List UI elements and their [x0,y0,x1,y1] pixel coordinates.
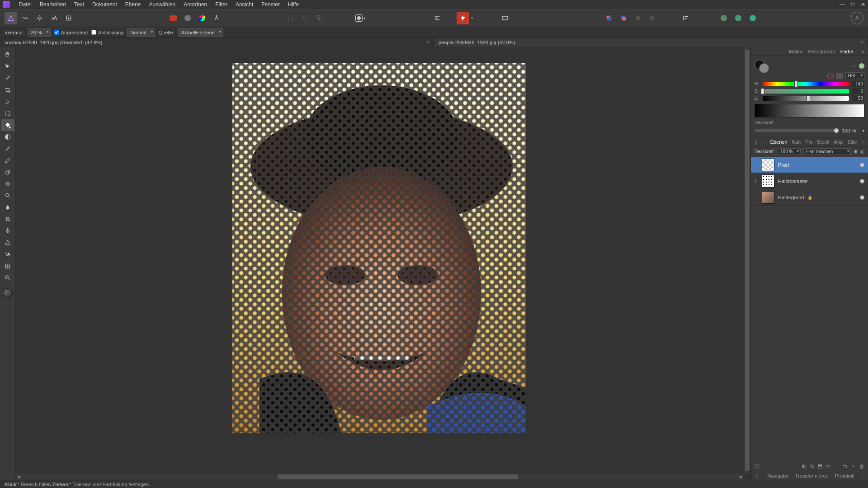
tab-pin[interactable]: Pin [805,139,812,145]
tab-ebenen[interactable]: Ebenen [770,139,788,145]
tab-kan[interactable]: Kan [792,139,801,145]
layer-clip-icon[interactable]: ⬒ [818,463,822,469]
colorbox-icon[interactable] [836,73,843,79]
lig-slider[interactable] [763,96,849,101]
autocontrast-icon[interactable] [210,12,223,24]
sync-b-icon[interactable] [732,12,745,24]
menu-auswaehlen[interactable]: Auswählen [145,0,179,9]
layer-fx-icon[interactable]: ◐ [860,149,864,154]
blend-dropdown[interactable]: Normal [127,28,155,37]
color-well-none-icon[interactable] [827,73,834,79]
crop-tool-icon[interactable] [1,84,14,96]
healing-tool-icon[interactable] [1,178,14,190]
selection-sub-icon[interactable] [313,12,326,24]
lock-icon[interactable]: 🔒 [807,195,812,200]
menu-ansicht[interactable]: Ansicht [232,0,257,9]
persona-develop-icon[interactable] [33,12,46,24]
color-opacity-value[interactable]: 100 % [842,128,860,133]
sync-c-icon[interactable] [746,12,759,24]
sat-value[interactable]: 0 [852,88,864,94]
layer-pixel-visibility[interactable] [860,163,864,167]
color-opacity-slider[interactable] [755,129,839,132]
maximize-icon[interactable]: □ [851,1,854,8]
horizontal-scrollbar[interactable]: ◀▶ [15,474,744,480]
eyedropper-icon[interactable]: ⟋ [851,63,856,69]
dodge-tool-icon[interactable] [1,190,14,202]
tab-stile[interactable]: Stile [847,139,857,145]
layer-panel-menu-icon[interactable]: ≡ [862,139,864,145]
mesh-tool-icon[interactable] [1,260,14,272]
selection-add-icon[interactable] [299,12,311,24]
tab-anp[interactable]: Anp [834,139,843,145]
zoom-tool-icon[interactable] [1,272,14,284]
persona-photo-icon[interactable] [5,12,17,24]
hue-value[interactable]: 140 [852,81,864,87]
layer-halftone-visibility[interactable] [860,179,864,183]
antialias-checkbox[interactable]: Antialiasing [91,30,123,35]
tab-transformieren[interactable]: Transformieren [795,473,829,479]
layer-pixel[interactable]: Pixel [751,157,868,173]
tab-makro[interactable]: Makro [789,49,803,54]
arrange-front-icon[interactable] [617,12,630,24]
layer-settings-icon[interactable]: ⚙ [854,149,858,154]
pen-tool-icon[interactable] [1,225,14,237]
flood-fill-tool-icon[interactable] [1,119,14,131]
gradient-tool-icon[interactable] [1,131,14,143]
selection-new-icon[interactable] [284,12,297,24]
clone-tool-icon[interactable] [1,166,14,178]
arrange-back-icon[interactable] [603,12,615,24]
color-picker-icon[interactable] [1,72,14,84]
arrange-d2-icon[interactable] [646,12,659,24]
layer-blend-dropdown[interactable]: Hart mischen [803,148,851,155]
persona-liquify-icon[interactable] [19,12,32,24]
hue-slider[interactable] [763,82,849,86]
menu-bearbeiten[interactable]: Bearbeiten [36,0,70,9]
menu-anordnen[interactable]: Anordnen [180,0,211,9]
swatch-gray-icon[interactable] [181,12,194,24]
menu-hilfe[interactable]: Hilfe [284,0,302,9]
foreground-background-swatch[interactable] [755,60,770,72]
document-canvas[interactable] [232,63,526,433]
menu-dokument[interactable]: Dokument [89,0,121,9]
layer-adj-icon[interactable]: ◐ [802,463,807,469]
menu-fenster[interactable]: Fenster [258,0,283,9]
bottom-panel-menu-icon[interactable]: ≡ [861,473,863,479]
color-mode-dropdown[interactable]: HSL [845,72,864,79]
swatch-color-icon[interactable] [196,12,208,24]
layer-add-icon[interactable]: ＋ [851,463,856,469]
selection-brush-icon[interactable] [1,96,14,108]
persona-tonemap-icon[interactable] [48,12,61,24]
close-tab-2-icon[interactable]: × [861,39,864,46]
tab-histogramm[interactable]: Histogramm [808,49,835,54]
persona-export-icon[interactable] [62,12,75,24]
close-tab-1-icon[interactable]: × [427,39,430,46]
contiguous-checkbox[interactable]: Angrenzend [54,30,88,35]
layer-halftone-edit-icon[interactable]: I [755,178,758,183]
menu-filter[interactable]: Filter [212,0,231,9]
move-tool-icon[interactable] [1,61,14,72]
tab-protokoll[interactable]: Protokoll [835,473,854,479]
menu-ebene[interactable]: Ebene [122,0,145,9]
preview-icon[interactable] [499,12,511,24]
doc-tab-2[interactable]: people-2583848_1920.jpg (42.8%) × [434,38,868,47]
swatch-red-icon[interactable] [167,12,179,24]
brush-tool-icon[interactable] [1,143,14,155]
menu-text[interactable]: Text [71,0,88,9]
canvas-viewport[interactable]: ◀▶ [15,47,750,480]
assistant-icon[interactable] [457,12,469,24]
layer-group-icon[interactable]: ▭ [826,463,830,469]
source-dropdown[interactable]: Aktuelle Ebene [178,28,223,37]
layer-halftone[interactable]: I Halbtonraster [751,173,868,189]
sat-slider[interactable] [763,89,849,94]
foreground-swatch[interactable] [3,288,13,298]
account-icon[interactable] [851,12,863,24]
hand-tool-icon[interactable] [1,49,14,61]
alignment-icon[interactable] [431,12,443,24]
marquee-tool-icon[interactable] [1,108,14,119]
color-gradient-preview[interactable] [755,104,864,117]
layer-delete-icon[interactable]: 🗑 [859,464,864,469]
arrange-d1-icon[interactable] [632,12,644,24]
perspective-tool-icon[interactable] [1,213,14,225]
menu-datei[interactable]: Datei [15,0,35,9]
layer-fx2-icon[interactable]: fx [810,464,814,469]
